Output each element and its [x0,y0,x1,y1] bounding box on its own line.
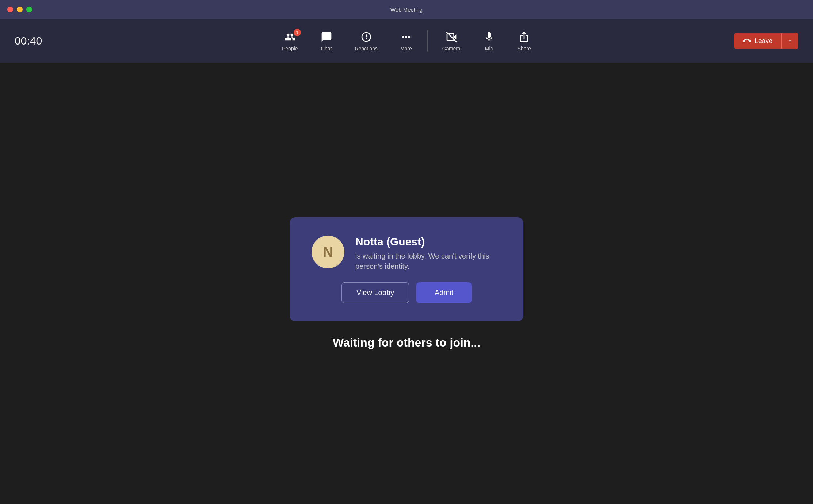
leave-dropdown[interactable] [781,33,798,49]
leave-main[interactable]: Leave [734,33,781,49]
lobby-actions: View Lobby Admit [312,282,501,303]
camera-button[interactable]: Camera [431,27,472,55]
mic-button[interactable]: Mic [472,27,507,55]
people-button[interactable]: 1 People [271,27,309,55]
meeting-timer: 00:40 [15,35,42,47]
window-title: Web Meeting [390,7,423,13]
camera-icon [445,30,458,43]
chat-button[interactable]: Chat [309,27,344,55]
traffic-lights [7,7,32,12]
chevron-down-icon [787,38,793,44]
leave-phone-icon [743,37,751,45]
people-label: People [282,46,298,51]
reactions-icon [360,30,373,43]
admit-button[interactable]: Admit [416,282,472,303]
waiting-text: Waiting for others to join... [333,336,480,350]
more-icon [400,30,413,43]
mic-icon [482,30,496,43]
guest-name: Notta (Guest) [355,236,501,248]
share-icon [518,30,531,43]
reactions-label: Reactions [355,46,378,51]
toolbar-right: Leave [734,33,798,49]
share-label: Share [518,46,531,51]
leave-label: Leave [755,37,772,45]
close-button[interactable] [7,7,13,12]
avatar-letter: N [323,244,333,260]
guest-avatar: N [312,236,344,268]
lobby-card: N Notta (Guest) is waiting in the lobby.… [290,217,523,321]
chat-label: Chat [321,46,332,51]
view-lobby-button[interactable]: View Lobby [341,282,409,303]
chat-icon [320,30,333,43]
main-content: N Notta (Guest) is waiting in the lobby.… [0,63,813,504]
share-button[interactable]: Share [507,27,542,55]
toolbar-divider [427,30,428,52]
lobby-description: is waiting in the lobby. We can't verify… [355,251,501,271]
toolbar: 00:40 1 People Chat [0,19,813,63]
leave-button-group[interactable]: Leave [734,33,798,49]
more-label: More [400,46,412,51]
lobby-text: Notta (Guest) is waiting in the lobby. W… [355,236,501,271]
camera-label: Camera [442,46,461,51]
maximize-button[interactable] [26,7,32,12]
minimize-button[interactable] [17,7,23,12]
toolbar-center: 1 People Chat Reactions [271,27,542,55]
reactions-button[interactable]: Reactions [344,27,389,55]
more-button[interactable]: More [389,27,424,55]
title-bar: Web Meeting [0,0,813,19]
mic-label: Mic [485,46,493,51]
people-badge: 1 [294,29,301,36]
lobby-info: N Notta (Guest) is waiting in the lobby.… [312,236,501,271]
